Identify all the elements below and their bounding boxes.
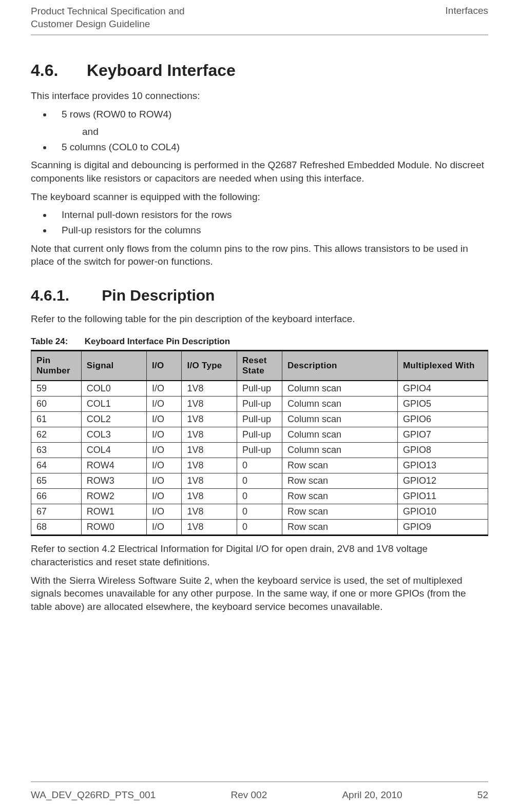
subsection-intro: Refer to the following table for the pin… [31, 312, 488, 326]
header-left-line1: Product Technical Specification and [31, 6, 185, 16]
th-iotype: I/O Type [182, 351, 237, 381]
page: Product Technical Specification and Cust… [0, 0, 519, 812]
cell-iotype: 1V8 [182, 489, 237, 504]
cell-signal: ROW0 [81, 520, 146, 536]
th-mux: Multiplexed With [397, 351, 488, 381]
cell-reset: Pull-up [237, 397, 282, 412]
subsection-title: Pin Description [102, 287, 215, 304]
footer-date: April 20, 2010 [342, 789, 402, 801]
th-pin: Pin Number [31, 351, 82, 381]
para-equipped: The keyboard scanner is equipped with th… [31, 190, 488, 204]
cell-mux: GPIO12 [397, 473, 488, 489]
table-caption: Table 24: Keyboard Interface Pin Descrip… [31, 336, 488, 347]
bullet-columns: 5 columns (COL0 to COL4) [52, 141, 488, 154]
table-body: 59COL0I/O1V8Pull-upColumn scanGPIO460COL… [31, 381, 488, 536]
cell-io: I/O [146, 412, 181, 427]
cell-signal: ROW4 [81, 458, 146, 473]
cell-reset: Pull-up [237, 427, 282, 443]
pin-table: Pin Number Signal I/O I/O Type Reset Sta… [31, 350, 488, 536]
cell-reset: 0 [237, 520, 282, 536]
cell-pin: 64 [31, 458, 82, 473]
cell-pin: 68 [31, 520, 82, 536]
cell-mux: GPIO11 [397, 489, 488, 504]
cell-mux: GPIO10 [397, 504, 488, 520]
bullet-list-2: 5 columns (COL0 to COL4) [52, 141, 488, 154]
section-number: 4.6. [31, 61, 82, 80]
footer-page: 52 [477, 789, 488, 801]
cell-io: I/O [146, 489, 181, 504]
header-right: Interfaces [446, 5, 488, 30]
cell-pin: 63 [31, 443, 82, 458]
cell-pin: 59 [31, 381, 82, 397]
cell-signal: COL3 [81, 427, 146, 443]
cell-iotype: 1V8 [182, 473, 237, 489]
cell-signal: ROW3 [81, 473, 146, 489]
cell-desc: Column scan [282, 412, 397, 427]
cell-io: I/O [146, 397, 181, 412]
para-current-flow: Note that current only flows from the co… [31, 242, 488, 268]
cell-pin: 65 [31, 473, 82, 489]
cell-reset: 0 [237, 489, 282, 504]
and-word: and [82, 126, 488, 137]
cell-signal: ROW1 [81, 504, 146, 520]
cell-mux: GPIO5 [397, 397, 488, 412]
th-reset: Reset State [237, 351, 282, 381]
footer-doc-id: WA_DEV_Q26RD_PTS_001 [31, 789, 156, 801]
section-heading-4-6: 4.6. Keyboard Interface [31, 61, 488, 80]
cell-io: I/O [146, 504, 181, 520]
table-row: 67ROW1I/O1V80Row scanGPIO10 [31, 504, 488, 520]
table-row: 68ROW0I/O1V80Row scanGPIO9 [31, 520, 488, 536]
th-desc: Description [282, 351, 397, 381]
table-row: 60COL1I/O1V8Pull-upColumn scanGPIO5 [31, 397, 488, 412]
cell-reset: 0 [237, 504, 282, 520]
cell-io: I/O [146, 473, 181, 489]
cell-reset: Pull-up [237, 412, 282, 427]
cell-pin: 62 [31, 427, 82, 443]
cell-io: I/O [146, 427, 181, 443]
subsection-number: 4.6.1. [31, 287, 98, 304]
table-row: 66ROW2I/O1V80Row scanGPIO11 [31, 489, 488, 504]
table-row: 65ROW3I/O1V80Row scanGPIO12 [31, 473, 488, 489]
header-left: Product Technical Specification and Cust… [31, 5, 185, 30]
bullet-list-3: Internal pull-down resistors for the row… [52, 208, 488, 236]
cell-desc: Row scan [282, 473, 397, 489]
cell-iotype: 1V8 [182, 443, 237, 458]
table-row: 61COL2I/O1V8Pull-upColumn scanGPIO6 [31, 412, 488, 427]
cell-signal: COL2 [81, 412, 146, 427]
header-left-line2: Customer Design Guideline [31, 18, 150, 29]
cell-desc: Row scan [282, 520, 397, 536]
page-footer: WA_DEV_Q26RD_PTS_001 Rev 002 April 20, 2… [31, 781, 488, 801]
cell-mux: GPIO6 [397, 412, 488, 427]
bullet-pulldown: Internal pull-down resistors for the row… [52, 208, 488, 222]
th-signal: Signal [81, 351, 146, 381]
cell-signal: COL0 [81, 381, 146, 397]
cell-reset: 0 [237, 458, 282, 473]
th-io: I/O [146, 351, 181, 381]
cell-iotype: 1V8 [182, 427, 237, 443]
cell-mux: GPIO9 [397, 520, 488, 536]
cell-signal: ROW2 [81, 489, 146, 504]
cell-io: I/O [146, 443, 181, 458]
cell-reset: 0 [237, 473, 282, 489]
table-row: 64ROW4I/O1V80Row scanGPIO13 [31, 458, 488, 473]
cell-iotype: 1V8 [182, 504, 237, 520]
after-table-para2: With the Sierra Wireless Software Suite … [31, 574, 488, 613]
table-header-row: Pin Number Signal I/O I/O Type Reset Sta… [31, 351, 488, 381]
cell-iotype: 1V8 [182, 458, 237, 473]
cell-desc: Row scan [282, 458, 397, 473]
cell-iotype: 1V8 [182, 397, 237, 412]
cell-mux: GPIO7 [397, 427, 488, 443]
intro-text: This interface provides 10 connections: [31, 89, 488, 103]
bullet-list-1: 5 rows (ROW0 to ROW4) [52, 108, 488, 121]
table-caption-text: Keyboard Interface Pin Description [85, 336, 230, 346]
cell-reset: Pull-up [237, 381, 282, 397]
footer-rev: Rev 002 [230, 789, 267, 801]
table-row: 63COL4I/O1V8Pull-upColumn scanGPIO8 [31, 443, 488, 458]
cell-desc: Column scan [282, 443, 397, 458]
section-title: Keyboard Interface [87, 61, 236, 80]
cell-signal: COL4 [81, 443, 146, 458]
table-row: 59COL0I/O1V8Pull-upColumn scanGPIO4 [31, 381, 488, 397]
cell-iotype: 1V8 [182, 520, 237, 536]
cell-pin: 60 [31, 397, 82, 412]
cell-iotype: 1V8 [182, 412, 237, 427]
